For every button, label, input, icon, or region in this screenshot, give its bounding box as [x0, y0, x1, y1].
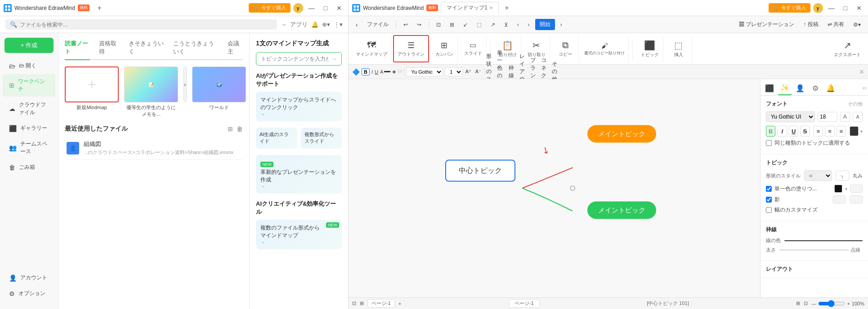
close-toolbar-btn[interactable]: ✕	[859, 68, 864, 75]
color-dropdown-arrow[interactable]: ▾	[860, 129, 863, 134]
redo-btn[interactable]: ↪	[413, 20, 425, 30]
props-tab-settings[interactable]: ⚙	[808, 81, 823, 95]
sidebar-item-workbench[interactable]: ⊞ ワークベンチ	[3, 74, 55, 97]
page-indicator-left[interactable]: ⊞	[360, 300, 364, 306]
template-scroll-right[interactable]: ›	[183, 66, 187, 102]
undo-btn[interactable]: ↩	[400, 20, 412, 30]
active-tab-start[interactable]: 開始	[535, 19, 555, 30]
bold-btn-toolbar[interactable]: B	[364, 69, 367, 75]
underline-btn[interactable]: U	[789, 126, 798, 137]
create-button[interactable]: + 作成	[4, 38, 54, 53]
single-color-swatch[interactable]	[834, 185, 842, 193]
font-color-A[interactable]: A	[380, 69, 383, 75]
tool-icon-2[interactable]: ⊞	[446, 20, 458, 30]
ribbon-slide[interactable]: ▭ スライド	[460, 35, 487, 62]
sidebar-item-cloud[interactable]: ☁ クラウドファイル	[3, 97, 55, 120]
nav-back[interactable]: ‹	[352, 19, 362, 30]
shape-select[interactable]: ○	[804, 170, 832, 181]
close-left[interactable]: ✕	[334, 4, 345, 13]
connector-btn-toolbar[interactable]: コネクタ	[541, 67, 550, 76]
minimize-right[interactable]: —	[826, 4, 837, 13]
more-icon[interactable]: ⋮▾	[334, 21, 343, 28]
add-tab-right[interactable]: +	[501, 3, 512, 13]
font-size-select-toolbar[interactable]: 18	[445, 67, 463, 76]
tab-meeting[interactable]: 会議主	[228, 40, 243, 59]
ai-slide-card[interactable]: マインドマップからスライドへのワンクリック →	[256, 92, 342, 121]
submit-btn[interactable]: ↑ 投稿	[800, 19, 822, 30]
grid-view-icon[interactable]: ⊞	[228, 125, 233, 132]
font-size-input[interactable]	[818, 112, 837, 122]
template-card-2[interactable]: 📝 優等生の学生のようにメモを...	[124, 66, 178, 118]
sidebar-item-account[interactable]: 👤 アカウント	[3, 270, 55, 285]
props-tab-shape[interactable]: ⬛	[762, 81, 777, 95]
ai-multi-format-card[interactable]: 複数形式からスライド	[301, 128, 342, 149]
settings-more-btn[interactable]: ⚙▾	[850, 20, 864, 30]
help-icon[interactable]: ⊕▾	[322, 21, 330, 28]
props-tab-ai[interactable]: ✨	[778, 81, 792, 95]
tab-basics[interactable]: きそきょういく	[129, 40, 164, 59]
icon-map[interactable]: ⊡	[804, 300, 808, 306]
doc-tab-mindmap1[interactable]: マインドマップ1 ✕	[441, 2, 499, 14]
ribbon-export[interactable]: ↗ エクスポート	[830, 35, 864, 62]
shape-start-btn[interactable]: 形状のスタ...	[487, 67, 496, 76]
tab-qualification[interactable]: 資格取得	[99, 40, 119, 59]
props-expand-btn[interactable]: ‹›	[863, 85, 866, 91]
sidebar-item-options[interactable]: ⚙ オプション	[3, 286, 55, 301]
single-color-checkbox[interactable]	[766, 186, 772, 192]
sidebar-item-open[interactable]: 🗁 🗁 開く	[3, 58, 55, 73]
font-size-up-btn[interactable]: A	[840, 112, 850, 122]
tab-high[interactable]: こうとうきょういく	[173, 40, 219, 59]
tool-icon-1[interactable]: ⊡	[433, 20, 444, 30]
ai-input-row[interactable]: →	[256, 52, 342, 66]
width-custom-checkbox[interactable]	[766, 207, 772, 213]
fill-color-btn[interactable]: 単一色の塗り...	[497, 67, 506, 76]
fill-btn[interactable]: ◈	[392, 69, 396, 75]
share-btn[interactable]: ⇌ 共有	[824, 19, 848, 30]
tool-icon-4[interactable]: ⬚	[473, 20, 485, 30]
zoom-out-btn[interactable]: —	[811, 301, 816, 306]
ribbon-copy[interactable]: ⧉ コピー	[552, 35, 579, 62]
page-tab[interactable]: ページ-1	[367, 299, 395, 308]
avatar-right[interactable]: y	[813, 3, 823, 13]
italic-btn-toolbar[interactable]: I	[371, 69, 373, 75]
props-tab-person[interactable]: 👤	[793, 81, 807, 95]
sidebar-item-gallery[interactable]: ⬛ ギャラリー	[3, 121, 55, 136]
buy-btn-left[interactable]: 🛒 今すぐ購入	[249, 3, 290, 13]
center-node[interactable]: 中心トピック	[445, 160, 515, 182]
close-tab-icon[interactable]: ✕	[489, 5, 493, 10]
tab-reading[interactable]: 読書ノート	[65, 40, 90, 59]
single-color-arrow[interactable]: ▾	[845, 186, 847, 191]
buy-btn-right[interactable]: 🛒 今すぐ購入	[769, 3, 810, 13]
ribbon-kanban[interactable]: ⊞ カンバン	[431, 35, 458, 62]
paint-icon[interactable]: ⚇	[398, 69, 402, 75]
presentation-btn[interactable]: ☰ プレゼンテーション	[735, 19, 798, 30]
canvas-area[interactable]: 中心トピック メイントピック メイントピック ↘	[349, 79, 760, 297]
maximize-right[interactable]: □	[841, 4, 850, 13]
font-size-down-toolbar[interactable]: A⁻	[474, 67, 483, 76]
font-size-down-btn[interactable]: A	[853, 112, 863, 122]
page-nav-prev[interactable]: ⊡	[352, 300, 356, 306]
align-center-btn[interactable]: ≡	[825, 126, 834, 137]
branch-btn-toolbar[interactable]: ブランチ	[530, 67, 539, 76]
zoom-in-btn[interactable]: +	[847, 301, 850, 306]
menu-item-file[interactable]: ファイル	[363, 19, 392, 30]
shadow-checkbox[interactable]	[766, 197, 772, 203]
tool-icon-7[interactable]: ‹	[514, 20, 523, 30]
tool-icon-5[interactable]: ↗	[487, 20, 499, 30]
delete-icon[interactable]: 🗑	[237, 125, 243, 132]
ai-innovative-card[interactable]: NEW 革新的なプレゼンテーションを作成 →	[256, 155, 342, 194]
font-name-select-toolbar[interactable]: Yu Gothic	[406, 67, 443, 76]
ai-multi-file-card[interactable]: NEW 複数のファイル形式からマインドマップ →	[256, 220, 342, 249]
layout-btn-toolbar[interactable]: レイアウト	[519, 67, 528, 76]
sidebar-item-team[interactable]: 👥 チームスペース	[3, 137, 55, 159]
ai-gen-slide-card[interactable]: AI生成のスライド	[256, 128, 297, 149]
main-topic-2[interactable]: メイントピック	[587, 201, 656, 219]
font-name-select[interactable]: Yu Gothic UI	[766, 111, 815, 122]
sidebar-item-trash[interactable]: 🗑 ごみ箱	[3, 160, 55, 175]
main-topic-1[interactable]: メイントピック	[587, 125, 656, 142]
apply-same-checkbox[interactable]	[766, 140, 772, 146]
ai-input[interactable]	[261, 56, 328, 62]
color-right-preview[interactable]	[850, 185, 863, 193]
tool-icon-3[interactable]: ↙	[460, 20, 471, 30]
props-tab-bell[interactable]: 🔔	[823, 81, 838, 95]
